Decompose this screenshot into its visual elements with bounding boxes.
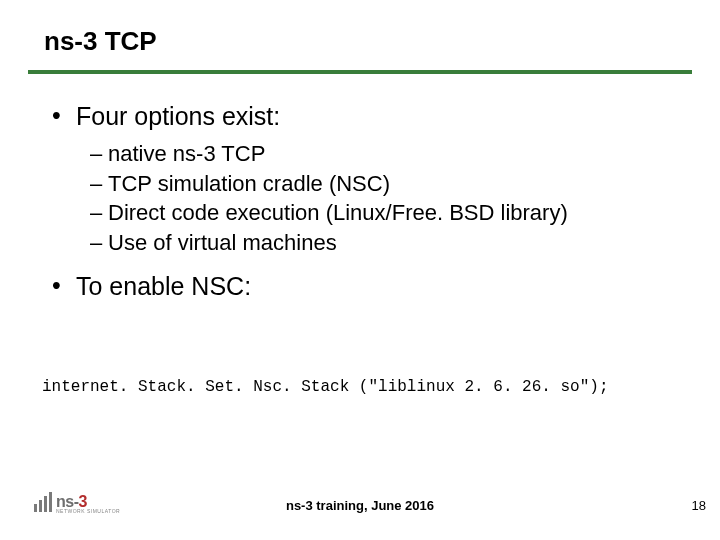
bullet-item: Four options exist: native ns-3 TCP TCP … [52,102,672,258]
slide-body: Four options exist: native ns-3 TCP TCP … [52,102,672,307]
slide-title: ns-3 TCP [44,26,157,57]
sub-bullet-item: Direct code execution (Linux/Free. BSD l… [90,198,672,228]
bullet-item: To enable NSC: [52,272,672,301]
bullet-label: To enable NSC: [76,272,251,300]
sub-bullet-label: Direct code execution (Linux/Free. BSD l… [108,200,568,225]
title-rule [28,70,692,74]
slide: ns-3 TCP Four options exist: native ns-3… [0,0,720,540]
bullet-label: Four options exist: [76,102,280,130]
sub-bullet-list: native ns-3 TCP TCP simulation cradle (N… [90,139,672,258]
code-line: internet. Stack. Set. Nsc. Stack ("libli… [42,378,609,396]
sub-bullet-label: TCP simulation cradle (NSC) [108,171,390,196]
sub-bullet-item: Use of virtual machines [90,228,672,258]
sub-bullet-label: Use of virtual machines [108,230,337,255]
page-number: 18 [692,498,706,513]
bullet-list: Four options exist: native ns-3 TCP TCP … [52,102,672,301]
sub-bullet-item: native ns-3 TCP [90,139,672,169]
footer-text: ns-3 training, June 2016 [0,498,720,513]
sub-bullet-label: native ns-3 TCP [108,141,265,166]
sub-bullet-item: TCP simulation cradle (NSC) [90,169,672,199]
